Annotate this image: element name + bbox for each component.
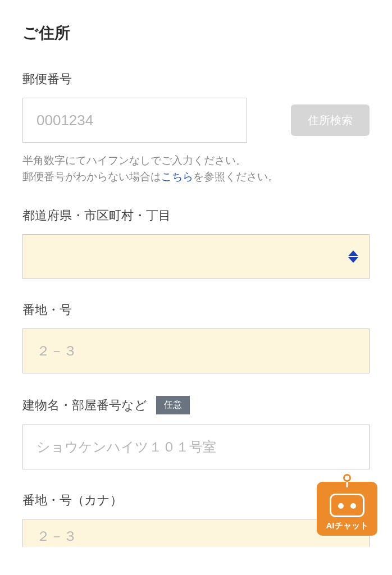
postal-help-line2-prefix: 郵便番号がわからない場合は [22, 171, 161, 182]
postal-help-line2-suffix: を参照ください。 [193, 171, 279, 182]
building-field-group: 建物名・部屋番号など 任意 [22, 396, 370, 469]
prefecture-field-group: 都道府県・市区町村・丁目 [22, 207, 370, 279]
street-label: 番地・号 [22, 302, 370, 318]
ai-chat-button[interactable]: AIチャット [317, 482, 377, 536]
postal-help-text: 半角数字にてハイフンなしでご入力ください。 郵便番号がわからない場合はこちらを参… [22, 153, 370, 185]
postal-row: 住所検索 [22, 98, 370, 143]
prefecture-label: 都道府県・市区町村・丁目 [22, 207, 370, 224]
building-label: 建物名・部屋番号など [22, 397, 147, 414]
ai-chat-label: AIチャット [326, 521, 368, 531]
prefecture-select[interactable] [22, 234, 370, 279]
robot-face-icon [330, 494, 364, 517]
building-label-row: 建物名・部屋番号など 任意 [22, 396, 370, 414]
postal-help-line1: 半角数字にてハイフンなしでご入力ください。 [22, 154, 247, 166]
address-search-button[interactable]: 住所検索 [291, 104, 370, 136]
postal-field-group: 郵便番号 住所検索 半角数字にてハイフンなしでご入力ください。 郵便番号がわから… [22, 71, 370, 185]
section-title: ご住所 [22, 22, 370, 44]
street-field-group: 番地・号 [22, 302, 370, 373]
robot-antenna-icon [343, 474, 351, 482]
postal-input[interactable] [22, 98, 247, 143]
street-input[interactable] [22, 328, 370, 373]
building-input[interactable] [22, 425, 370, 469]
spacer [258, 98, 280, 143]
optional-badge: 任意 [156, 396, 190, 414]
prefecture-select-wrap [22, 234, 370, 279]
postal-label: 郵便番号 [22, 71, 370, 88]
postal-help-link[interactable]: こちら [161, 171, 193, 182]
